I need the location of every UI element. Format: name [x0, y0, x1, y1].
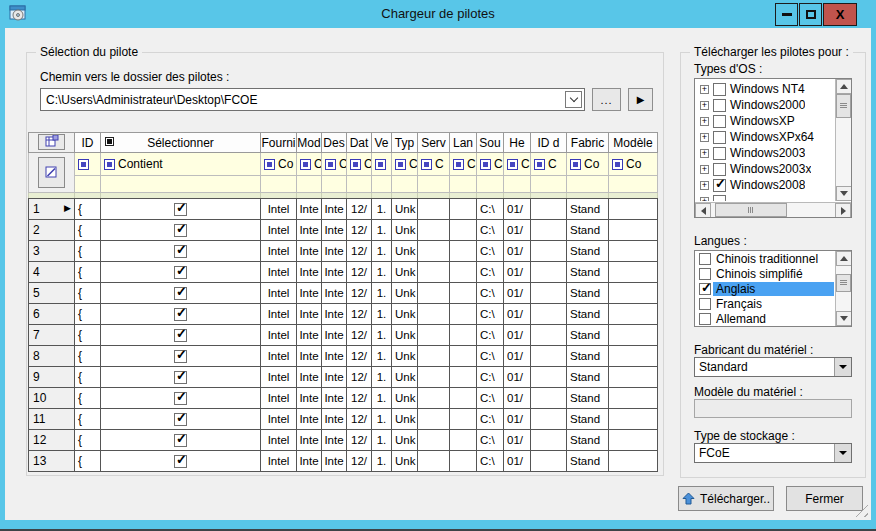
row-select-checkbox[interactable]: ✓ [174, 308, 187, 321]
filter-input-cell[interactable] [322, 176, 347, 193]
os-checkbox[interactable]: ✓ [713, 179, 726, 192]
os-checkbox[interactable]: ✓ [713, 147, 726, 160]
filter-cell[interactable]: C [477, 153, 504, 176]
filter-operator-icon[interactable] [264, 159, 275, 170]
table-row[interactable]: 10 ▶ { ✓ Intel Inte Inte 12/ 1. Unk [29, 388, 658, 409]
select-all-icon[interactable] [105, 137, 114, 146]
clear-filter-button[interactable] [38, 157, 65, 188]
row-header[interactable]: 11 ▶ [29, 409, 75, 430]
column-header[interactable]: Sou [477, 133, 504, 153]
row-header[interactable]: 2 ▶ [29, 220, 75, 241]
os-checkbox[interactable]: ✓ [713, 83, 726, 96]
row-select-cell[interactable]: ✓ [101, 388, 261, 409]
expand-plus-icon[interactable] [700, 197, 709, 202]
filter-operator-icon[interactable] [375, 159, 386, 170]
filter-operator-icon[interactable] [78, 159, 89, 170]
row-header[interactable]: 9 ▶ [29, 367, 75, 388]
scrollbar-track[interactable] [836, 118, 851, 186]
column-header[interactable]: Mod [297, 133, 322, 153]
driver-path-combobox[interactable]: C:\Users\Administrateur\Desktop\FCOE [40, 88, 585, 111]
filter-operator-icon[interactable] [612, 159, 623, 170]
download-button[interactable]: Télécharger.. [678, 486, 774, 511]
dropdown-button[interactable] [834, 358, 851, 376]
scroll-right-button[interactable] [835, 203, 851, 218]
minimize-button[interactable] [775, 3, 798, 26]
language-checkbox[interactable]: ✓ [699, 253, 711, 265]
filter-input-cell[interactable] [504, 176, 531, 193]
filter-cell[interactable]: C [297, 153, 322, 176]
column-header[interactable]: Dat [347, 133, 372, 153]
select-column-header[interactable]: Sélectionner [101, 133, 261, 153]
filter-cell[interactable]: C [531, 153, 567, 176]
row-select-cell[interactable]: ✓ [101, 220, 261, 241]
row-select-checkbox[interactable]: ✓ [174, 287, 187, 300]
filter-input-cell[interactable] [75, 176, 101, 193]
filter-input-cell[interactable] [101, 176, 261, 193]
language-item[interactable]: ✓ Français [696, 296, 834, 311]
os-tree-item[interactable]: ✓ Windows2003 [696, 145, 834, 161]
filter-input-cell[interactable] [531, 176, 567, 193]
filter-cell[interactable]: Co [609, 153, 658, 176]
expand-plus-icon[interactable] [700, 85, 709, 94]
filter-input-cell[interactable] [297, 176, 322, 193]
scroll-left-button[interactable] [695, 203, 711, 218]
filter-operator-icon[interactable] [300, 159, 311, 170]
filter-operator-icon[interactable] [453, 159, 464, 170]
filter-operator-icon[interactable] [350, 159, 361, 170]
storage-type-combobox[interactable]: FCoE [694, 443, 852, 463]
table-row[interactable]: 11 ▶ { ✓ Intel Inte Inte 12/ 1. Unk [29, 409, 658, 430]
column-header[interactable]: Fourni [261, 133, 297, 153]
driver-path-value[interactable]: C:\Users\Administrateur\Desktop\FCOE [41, 93, 565, 107]
os-tree-item[interactable]: ✓ [696, 193, 834, 201]
column-header[interactable]: Des [322, 133, 347, 153]
filter-input-cell[interactable] [609, 176, 658, 193]
filter-cell[interactable]: Co [261, 153, 297, 176]
os-checkbox[interactable]: ✓ [713, 99, 726, 112]
row-select-cell[interactable]: ✓ [101, 304, 261, 325]
filter-operator-icon[interactable] [325, 159, 336, 170]
row-select-checkbox[interactable]: ✓ [174, 329, 187, 342]
table-row[interactable]: 8 ▶ { ✓ Intel Inte Inte 12/ 1. Unk [29, 346, 658, 367]
row-header[interactable]: 10 ▶ [29, 388, 75, 409]
row-select-checkbox[interactable]: ✓ [174, 350, 187, 363]
filter-operator-icon[interactable] [104, 159, 115, 170]
filter-cell[interactable]: Co [567, 153, 609, 176]
row-select-cell[interactable]: ✓ [101, 241, 261, 262]
grid-layout-button[interactable] [38, 134, 65, 150]
select-filter-cell[interactable]: Contient [101, 153, 261, 176]
filter-cell[interactable]: C [450, 153, 477, 176]
row-select-cell[interactable]: ✓ [101, 199, 261, 220]
browse-button[interactable]: ... [592, 88, 621, 111]
table-row[interactable]: 12 ▶ { ✓ Intel Inte Inte 12/ 1. Unk [29, 430, 658, 451]
table-row[interactable]: 5 ▶ { ✓ Intel Inte Inte 12/ 1. Unk [29, 283, 658, 304]
filter-input-cell[interactable] [347, 176, 372, 193]
filter-input-cell[interactable] [418, 176, 450, 193]
scrollbar-thumb[interactable] [836, 274, 851, 292]
row-select-cell[interactable]: ✓ [101, 409, 261, 430]
table-row[interactable]: 3 ▶ { ✓ Intel Inte Inte 12/ 1. Unk [29, 241, 658, 262]
filter-cell[interactable]: C [347, 153, 372, 176]
filter-input-cell[interactable] [372, 176, 392, 193]
filter-cell[interactable]: C [392, 153, 418, 176]
filter-input-cell[interactable] [261, 176, 297, 193]
language-item[interactable]: ✓ Allemand [696, 311, 834, 326]
row-select-checkbox[interactable]: ✓ [174, 413, 187, 426]
row-header[interactable]: 8 ▶ [29, 346, 75, 367]
scrollbar-thumb[interactable] [715, 203, 787, 217]
filter-input-cell[interactable] [392, 176, 418, 193]
table-row[interactable]: 9 ▶ { ✓ Intel Inte Inte 12/ 1. Unk [29, 367, 658, 388]
table-row[interactable]: 2 ▶ { ✓ Intel Inte Inte 12/ 1. Unk [29, 220, 658, 241]
os-tree-item[interactable]: ✓ WindowsXP [696, 113, 834, 129]
manufacturer-combobox[interactable]: Standard [694, 357, 852, 377]
os-tree-item[interactable]: ✓ WindowsXPx64 [696, 129, 834, 145]
filter-operator-icon[interactable] [570, 159, 581, 170]
column-header[interactable]: Fabric [567, 133, 609, 153]
row-select-checkbox[interactable]: ✓ [174, 455, 187, 468]
expand-plus-icon[interactable] [700, 165, 709, 174]
close-dialog-button[interactable]: Fermer [786, 486, 863, 511]
os-tree-item[interactable]: ✓ Windows2000 [696, 97, 834, 113]
column-header[interactable]: Ve [372, 133, 392, 153]
column-header[interactable]: Modèle [609, 133, 658, 153]
os-tree-item[interactable]: ✓ Windows2008 [696, 177, 834, 193]
language-checkbox[interactable]: ✓ [699, 313, 711, 325]
